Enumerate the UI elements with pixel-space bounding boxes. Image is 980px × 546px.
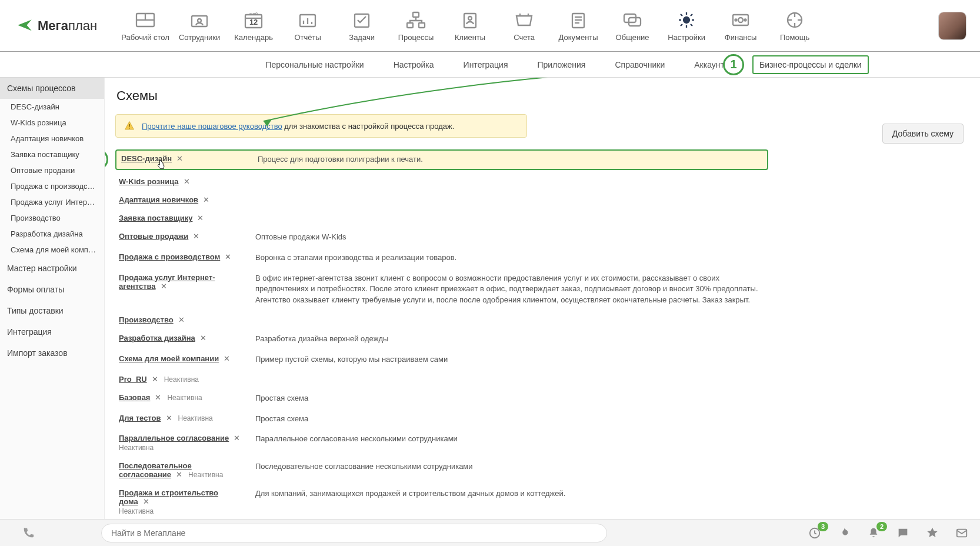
callout-badge-1: 1	[723, 54, 744, 75]
scheme-link[interactable]: Разработка дизайна	[119, 334, 195, 342]
scheme-delete-icon[interactable]: ✕	[176, 154, 183, 163]
logo[interactable]: Мегаплан	[16, 0, 97, 51]
scheme-delete-icon[interactable]: ✕	[200, 334, 206, 342]
scheme-row: Разработка дизайна✕Разработка дизайна ве…	[115, 331, 768, 347]
bell-icon[interactable]: 2	[866, 525, 881, 541]
scheme-delete-icon[interactable]: ✕	[224, 354, 230, 363]
reports-icon	[295, 9, 320, 31]
main-content: Схемы Прочтите наше пошаговое руководств…	[105, 78, 980, 519]
topnav-accounts[interactable]: Счета	[499, 4, 549, 48]
scheme-link[interactable]: Заявка поставщику	[119, 214, 192, 222]
topnav-settings[interactable]: Настройки	[662, 4, 711, 48]
scheme-link[interactable]: Адаптация новичков	[119, 195, 198, 204]
topnav-chat[interactable]: Общение	[608, 4, 657, 48]
topnav-tasks[interactable]: Задачи	[337, 4, 386, 48]
help-icon	[782, 9, 807, 31]
scheme-link[interactable]: Продажа и строительство дома	[119, 488, 218, 506]
sidebar-sub-item[interactable]: Адаптация новичков	[0, 131, 104, 147]
calendar-icon: май12	[241, 9, 266, 31]
scheme-delete-icon[interactable]: ✕	[161, 282, 167, 291]
scheme-delete-icon[interactable]: ✕	[152, 375, 158, 384]
sidebar-group-schemes[interactable]: Схемы процессов	[0, 78, 104, 99]
topnav-processes[interactable]: Процессы	[391, 4, 441, 48]
scheme-link[interactable]: Для тестов	[119, 414, 161, 422]
flame-icon[interactable]	[836, 525, 852, 541]
scheme-link[interactable]: Pro_RU	[119, 375, 147, 384]
sidebar-item[interactable]: Мастер настройки	[0, 258, 104, 279]
scheme-delete-icon[interactable]: ✕	[155, 393, 161, 402]
chat-icon[interactable]	[895, 525, 911, 541]
scheme-link[interactable]: Параллельное согласование	[119, 434, 229, 442]
sidebar-sub-item[interactable]: Заявка поставщику	[0, 147, 104, 162]
logo-text: Мегаплан	[38, 18, 97, 34]
info-notice: Прочтите наше пошаговое руководство для …	[115, 114, 527, 138]
sidebar-item[interactable]: Формы оплаты	[0, 279, 104, 300]
topnav-desktop[interactable]: Рабочий стол	[121, 4, 170, 48]
sidebar-sub-item[interactable]: DESC-дизайн	[0, 99, 104, 115]
sidebar-sub-item[interactable]: Продажа с производством	[0, 178, 104, 194]
topnav-label: Отчёты	[294, 33, 321, 42]
tab-account[interactable]: Аккаунт	[693, 58, 725, 72]
topnav-employees[interactable]: Сотрудники	[175, 4, 224, 48]
scheme-row: Для тестов✕НеактивнаПростая схема	[115, 411, 768, 427]
tab-directories[interactable]: Справочники	[614, 58, 666, 72]
sidebar-sub-item[interactable]: Оптовые продажи	[0, 162, 104, 178]
topnav-finance[interactable]: Финансы	[716, 4, 765, 48]
tab-setup[interactable]: Настройка	[392, 58, 435, 72]
scheme-link[interactable]: Оптовые продажи	[119, 232, 188, 241]
scheme-delete-icon[interactable]: ✕	[197, 214, 204, 222]
sidebar-sub-item[interactable]: W-Kids розница	[0, 115, 104, 131]
topnav-label: Рабочий стол	[121, 33, 169, 42]
tab-personal[interactable]: Персональные настройки	[264, 58, 365, 72]
scheme-delete-icon[interactable]: ✕	[225, 252, 231, 261]
tab-business-processes[interactable]: 1 Бизнес-процессы и сделки	[752, 55, 869, 74]
employees-icon	[187, 9, 212, 31]
scheme-link[interactable]: Производство	[119, 315, 174, 324]
notice-link[interactable]: Прочтите наше пошаговое руководство	[142, 122, 282, 131]
scheme-delete-icon[interactable]: ✕	[234, 434, 240, 442]
scheme-delete-icon[interactable]: ✕	[166, 414, 172, 422]
topnav-calendar[interactable]: май12Календарь	[229, 4, 278, 48]
sidebar: Схемы процессов DESC-дизайнW-Kids розниц…	[0, 78, 105, 519]
sidebar-sub-item[interactable]: Схема для моей компании	[0, 242, 104, 258]
svg-rect-3	[192, 16, 207, 26]
clients-icon	[458, 9, 482, 31]
scheme-delete-icon[interactable]: ✕	[193, 232, 199, 241]
phone-icon[interactable]	[11, 527, 46, 540]
mail-icon[interactable]	[954, 525, 969, 541]
topnav-help[interactable]: Помощь	[770, 4, 819, 48]
sidebar-item[interactable]: Интеграция	[0, 321, 104, 342]
scheme-link[interactable]: Схема для моей компании	[119, 354, 219, 363]
sidebar-sub-item[interactable]: Разработка дизайна	[0, 226, 104, 242]
scheme-link[interactable]: W-Kids розница	[119, 177, 179, 186]
scheme-delete-icon[interactable]: ✕	[176, 470, 182, 479]
topnav-documents[interactable]: Документы	[554, 4, 603, 48]
scheme-link[interactable]: Продажа услуг Интернет-агентства	[119, 273, 215, 291]
sidebar-sub-item[interactable]: Производство	[0, 210, 104, 226]
scheme-link[interactable]: Продажа с производством	[119, 252, 220, 261]
clock-icon[interactable]: 3	[807, 525, 822, 541]
star-icon[interactable]	[925, 525, 940, 541]
scheme-delete-icon[interactable]: ✕	[203, 195, 209, 204]
scheme-row: Заявка поставщику✕	[115, 211, 768, 225]
scheme-link[interactable]: Базовая	[119, 393, 150, 402]
scheme-link[interactable]: DESC-дизайн	[121, 154, 172, 163]
scheme-delete-icon[interactable]: ✕	[143, 497, 149, 506]
sidebar-item[interactable]: Типы доставки	[0, 300, 104, 321]
search-input[interactable]	[101, 524, 607, 542]
scheme-delete-icon[interactable]: ✕	[178, 315, 185, 324]
sidebar-item[interactable]: Импорт заказов	[0, 342, 104, 364]
scheme-row: Схема для моей компании✕Пример пустой сх…	[115, 352, 768, 368]
scheme-delete-icon[interactable]: ✕	[184, 177, 190, 186]
callout-badge-2: 2	[105, 149, 108, 170]
inactive-label: Неактивна	[164, 375, 199, 384]
sidebar-sub-item[interactable]: Продажа услуг Интернет-аге…	[0, 194, 104, 210]
svg-point-26	[684, 17, 689, 23]
avatar[interactable]	[939, 12, 966, 39]
topnav-reports[interactable]: Отчёты	[283, 4, 332, 48]
tab-integration[interactable]: Интеграция	[462, 58, 509, 72]
topnav-clients[interactable]: Клиенты	[445, 4, 495, 48]
add-scheme-button[interactable]: Добавить схему	[882, 124, 964, 144]
topnav-label: Документы	[559, 33, 598, 42]
tab-apps[interactable]: Приложения	[536, 58, 587, 72]
